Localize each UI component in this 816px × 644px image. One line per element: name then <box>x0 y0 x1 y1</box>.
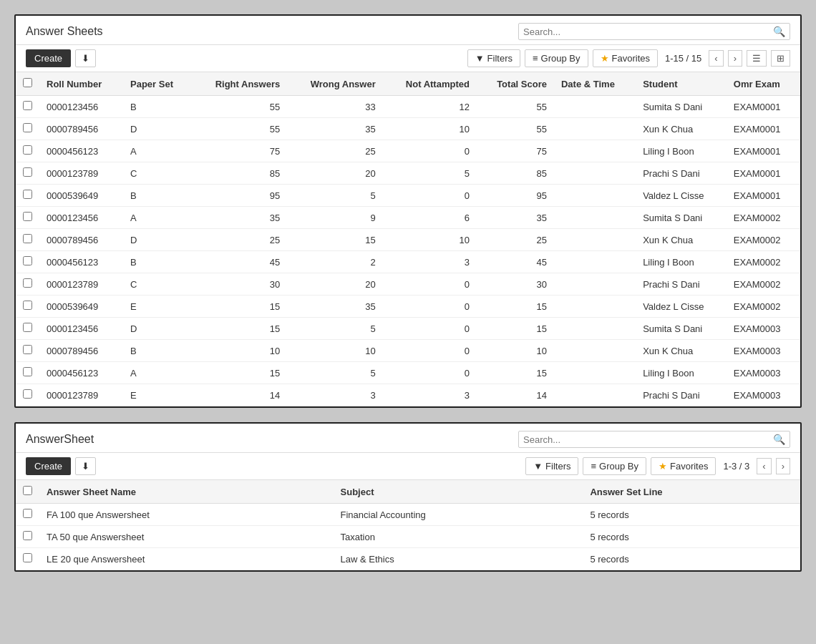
panel1-next-button[interactable]: › <box>728 50 742 67</box>
row-checkbox-cell[interactable] <box>16 118 39 140</box>
panel1-select-all-header[interactable] <box>16 72 39 96</box>
panel2-create-button[interactable]: Create <box>26 457 71 475</box>
panel1-create-button[interactable]: Create <box>26 49 71 67</box>
row-checkbox[interactable] <box>23 123 32 132</box>
row-checkbox-cell[interactable] <box>16 229 39 251</box>
row2-checkbox-cell[interactable] <box>16 548 39 570</box>
panel1-groupby-button[interactable]: ≡ Group By <box>525 49 588 67</box>
panel2-download-button[interactable]: ⬇ <box>75 457 96 475</box>
row-checkbox-cell[interactable] <box>16 96 39 118</box>
row-checkbox[interactable] <box>23 367 32 376</box>
panel2-search-icon: 🔍 <box>773 434 785 445</box>
cell-omr-exam: EXAM0001 <box>727 185 800 207</box>
panel-answersheet: AnswerSheet 🔍 Create ⬇ ▼ Filters ≡ Group… <box>14 422 802 572</box>
cell-not-attempted: 10 <box>383 229 477 251</box>
row-checkbox[interactable] <box>23 212 32 221</box>
cell-paper-set: A <box>123 362 192 384</box>
cell-right-answers: 10 <box>192 340 287 362</box>
row2-checkbox[interactable] <box>23 531 32 540</box>
table-row: 0000123789 E 14 3 3 14 Prachi S Dani EXA… <box>16 384 800 406</box>
row-checkbox-cell[interactable] <box>16 140 39 162</box>
cell-total-score: 15 <box>477 296 554 318</box>
filter-icon: ▼ <box>475 53 485 64</box>
row-checkbox[interactable] <box>23 234 32 243</box>
row-checkbox[interactable] <box>23 101 32 110</box>
panel2-toolbar: Create ⬇ ▼ Filters ≡ Group By ★ Favorite… <box>16 453 800 480</box>
panel2-prev-button[interactable]: ‹ <box>757 458 771 474</box>
cell-total-score: 14 <box>477 384 554 406</box>
row-checkbox[interactable] <box>23 323 32 332</box>
cell-right-answers: 95 <box>192 185 287 207</box>
row-checkbox-cell[interactable] <box>16 273 39 296</box>
panel1-pagination: 1-15 / 15 <box>665 53 701 64</box>
row-checkbox[interactable] <box>23 389 32 399</box>
row-checkbox[interactable] <box>23 256 32 265</box>
panel2-favorites-button[interactable]: ★ Favorites <box>651 457 716 475</box>
cell-wrong-answer: 10 <box>287 340 383 362</box>
col-answer-set-line: Answer Set Line <box>583 480 800 504</box>
row-checkbox-cell[interactable] <box>16 318 39 340</box>
panel2-select-all-checkbox[interactable] <box>23 486 32 495</box>
cell-not-attempted: 10 <box>383 118 477 140</box>
row-checkbox-cell[interactable] <box>16 185 39 207</box>
row-checkbox-cell[interactable] <box>16 384 39 406</box>
cell-omr-exam: EXAM0001 <box>727 96 800 118</box>
row-checkbox[interactable] <box>23 301 32 310</box>
cell-paper-set: B <box>123 340 192 362</box>
cell-wrong-answer: 5 <box>287 362 383 384</box>
panel1-search-box[interactable]: 🔍 <box>518 23 790 40</box>
cell-total-score: 85 <box>477 162 554 185</box>
row2-checkbox[interactable] <box>23 509 32 518</box>
cell-omr-exam: EXAM0003 <box>727 362 800 384</box>
panel2-search-box[interactable]: 🔍 <box>518 431 790 448</box>
panel2-next-button[interactable]: › <box>776 458 790 474</box>
panel2-favorites-label: Favorites <box>670 461 708 472</box>
cell-student: Xun K Chua <box>636 118 727 140</box>
panel1-prev-button[interactable]: ‹ <box>709 50 723 67</box>
row-checkbox[interactable] <box>23 345 32 354</box>
panel1-toolbar: Create ⬇ ▼ Filters ≡ Group By ★ Favorite… <box>16 45 800 72</box>
row-checkbox[interactable] <box>23 145 32 155</box>
panel2-select-all-header[interactable] <box>16 480 39 504</box>
panel1-grid-view-button[interactable]: ⊞ <box>771 50 790 67</box>
row-checkbox[interactable] <box>23 278 32 288</box>
cell-roll-number: 0000456123 <box>39 362 123 384</box>
row2-checkbox[interactable] <box>23 553 32 562</box>
cell-omr-exam: EXAM0001 <box>727 140 800 162</box>
groupby-icon-2: ≡ <box>591 461 596 472</box>
cell-total-score: 55 <box>477 118 554 140</box>
panel1-select-all-checkbox[interactable] <box>23 78 32 87</box>
panel1-favorites-button[interactable]: ★ Favorites <box>593 49 658 67</box>
row-checkbox-cell[interactable] <box>16 251 39 273</box>
panel1-filters-button[interactable]: ▼ Filters <box>467 49 520 67</box>
row-checkbox-cell[interactable] <box>16 207 39 229</box>
table-row: 0000123789 C 85 20 5 85 Prachi S Dani EX… <box>16 162 800 185</box>
panel1-list-view-button[interactable]: ☰ <box>747 50 767 67</box>
panel2-groupby-button[interactable]: ≡ Group By <box>583 457 646 475</box>
row2-checkbox-cell[interactable] <box>16 504 39 526</box>
panel2-filters-button[interactable]: ▼ Filters <box>525 457 578 475</box>
panel2-search-input[interactable] <box>523 434 773 445</box>
groupby-icon: ≡ <box>533 53 538 64</box>
row2-checkbox-cell[interactable] <box>16 526 39 548</box>
cell-omr-exam: EXAM0002 <box>727 296 800 318</box>
panel1-search-input[interactable] <box>523 26 773 37</box>
cell-wrong-answer: 35 <box>287 296 383 318</box>
panel1-table-header-row: Roll Number Paper Set Right Answers Wron… <box>16 72 800 96</box>
cell-total-score: 25 <box>477 229 554 251</box>
row-checkbox[interactable] <box>23 167 32 177</box>
cell-roll-number: 0000123789 <box>39 384 123 406</box>
panel2-filters-label: Filters <box>545 461 570 472</box>
row-checkbox-cell[interactable] <box>16 162 39 185</box>
cell-not-attempted: 0 <box>383 362 477 384</box>
cell-omr-exam: EXAM0003 <box>727 318 800 340</box>
table-row: 0000789456 D 25 15 10 25 Xun K Chua EXAM… <box>16 229 800 251</box>
row-checkbox-cell[interactable] <box>16 362 39 384</box>
panel1-download-button[interactable]: ⬇ <box>75 49 96 67</box>
row-checkbox-cell[interactable] <box>16 340 39 362</box>
table-row: 0000456123 A 15 5 0 15 Liling I Boon EXA… <box>16 362 800 384</box>
row-checkbox[interactable] <box>23 190 32 199</box>
row-checkbox-cell[interactable] <box>16 296 39 318</box>
panel2-groupby-label: Group By <box>599 461 638 472</box>
panel1-favorites-label: Favorites <box>612 53 650 64</box>
